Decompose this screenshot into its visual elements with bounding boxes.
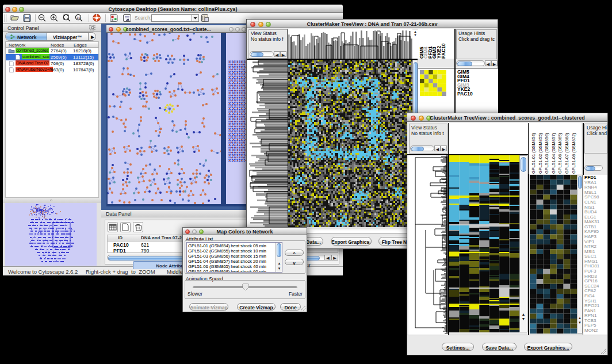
svg-text:GPL51-04 (GSM857): GPL51-04 (GSM857) — [551, 133, 556, 174]
svg-text:GPL51-01 (GSM854): GPL51-01 (GSM854) — [531, 133, 536, 174]
svg-text:GPL51-03 (GSM856): GPL51-03 (GSM856) — [544, 133, 549, 174]
svg-text:GPL51-08 (GSM872): GPL51-08 (GSM872) — [571, 133, 576, 174]
svg-text:1:1: 1:1 — [76, 16, 81, 20]
svg-text:Search:: Search: — [135, 15, 151, 21]
svg-text:PAC10: PAC10 — [441, 43, 446, 59]
svg-text:GPL51-07 (GSM868): GPL51-07 (GSM868) — [564, 133, 569, 174]
svg-text:GPL51-02 (GSM855): GPL51-02 (GSM855) — [538, 133, 543, 174]
svg-text:GPL51-06 (GSM865): GPL51-06 (GSM865) — [557, 133, 563, 174]
